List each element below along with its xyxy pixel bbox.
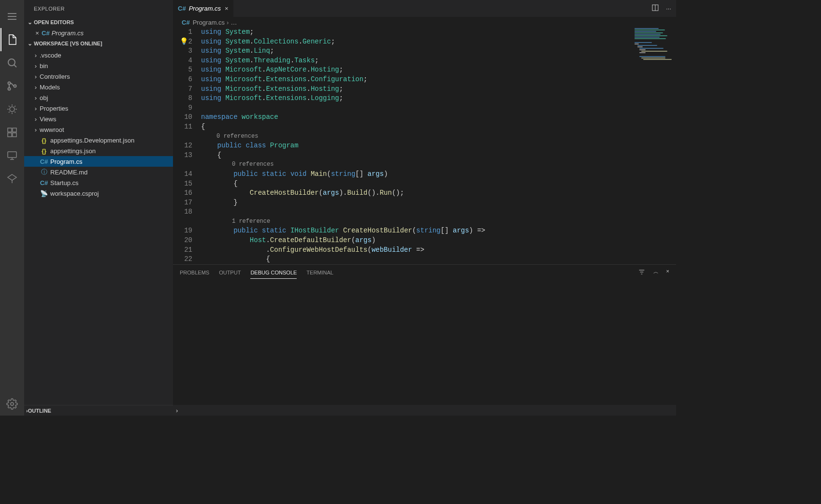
svg-rect-21 (8, 152, 16, 158)
chevron-right-icon: › (32, 52, 40, 59)
close-panel-icon[interactable]: × (666, 268, 669, 277)
outline-header[interactable]: ›OUTLINE (24, 405, 173, 416)
file-appsettings.json[interactable]: {}appsettings.json (24, 145, 173, 156)
extensions-icon[interactable] (0, 121, 24, 144)
folder-Models[interactable]: ›Models (24, 82, 173, 92)
open-editor-label: Program.cs (52, 29, 84, 37)
breadcrumb[interactable]: C# Program.cs › … (173, 17, 676, 28)
file-Startup.cs[interactable]: C#Startup.cs (24, 177, 173, 188)
svg-rect-18 (8, 133, 12, 137)
source-control-icon[interactable] (0, 74, 24, 98)
csharp-file-icon: C# (40, 179, 48, 187)
chevron-right-icon: › (32, 105, 40, 112)
menu-icon[interactable] (0, 5, 24, 28)
svg-rect-19 (13, 133, 16, 137)
code-content[interactable]: using System;using System.Collections.Ge… (201, 28, 676, 264)
panel-body[interactable] (173, 280, 676, 405)
bottom-panel: PROBLEMS OUTPUT DEBUG CONSOLE TERMINAL ︿… (173, 264, 676, 405)
tab-label: Program.cs (189, 5, 221, 12)
folder-obj[interactable]: ›obj (24, 92, 173, 103)
folder-Views[interactable]: ›Views (24, 114, 173, 124)
explorer-sidebar: EXPLORER ⌄OPEN EDITORS × C# Program.cs ⌄… (24, 0, 173, 416)
chevron-right-icon: › (32, 126, 40, 133)
info-file-icon: ⓘ (40, 168, 48, 176)
svg-rect-17 (8, 128, 12, 132)
codelens[interactable]: 0 references (201, 160, 676, 170)
open-editors-header[interactable]: ⌄OPEN EDITORS (24, 17, 173, 28)
settings-gear-icon[interactable] (0, 392, 24, 416)
svg-point-5 (8, 82, 11, 85)
codelens[interactable]: 0 references (201, 132, 676, 142)
chevron-right-icon: › (32, 115, 40, 123)
breadcrumb-strip[interactable]: › (173, 405, 676, 416)
panel-tab-terminal[interactable]: TERMINAL (306, 267, 333, 278)
editor-group: C# Program.cs × ··· C# Program.cs › … 💡 … (173, 0, 676, 416)
folder-Controllers[interactable]: ›Controllers (24, 71, 173, 82)
close-icon[interactable]: × (33, 29, 42, 37)
workspace-header[interactable]: ⌄WORKSPACE [VS ONLINE] (24, 38, 173, 49)
panel-tab-output[interactable]: OUTPUT (219, 267, 241, 278)
code-editor[interactable]: 💡 1234567891011121314151617181920212223 … (173, 28, 676, 264)
file-workspace.csproj[interactable]: 📡workspace.csproj (24, 188, 173, 199)
csharp-file-icon: C# (40, 158, 48, 165)
svg-line-13 (9, 106, 10, 107)
split-editor-icon[interactable] (651, 4, 659, 13)
panel-tab-debug-console[interactable]: DEBUG CONSOLE (250, 267, 297, 279)
panel-tab-problems[interactable]: PROBLEMS (180, 267, 209, 278)
open-editor-item[interactable]: × C# Program.cs (24, 28, 173, 38)
codelens[interactable]: 1 reference (201, 217, 676, 227)
line-number-gutter: 1234567891011121314151617181920212223 (173, 28, 201, 264)
close-icon[interactable]: × (225, 5, 229, 12)
file-Program.cs[interactable]: C#Program.cs (24, 156, 173, 167)
activity-bar (0, 0, 24, 416)
explorer-icon[interactable] (0, 28, 24, 51)
chevron-down-icon: ⌄ (26, 40, 34, 47)
file-README.md[interactable]: ⓘREADME.md (24, 167, 173, 177)
file-tree: ›.vscode›bin›Controllers›Models›obj›Prop… (24, 49, 173, 200)
folder-Properties[interactable]: ›Properties (24, 103, 173, 114)
svg-point-8 (10, 107, 14, 112)
svg-point-3 (8, 59, 15, 66)
minimap[interactable] (633, 28, 676, 86)
folder-wwwroot[interactable]: ›wwwroot (24, 124, 173, 135)
chevron-right-icon: › (227, 19, 229, 26)
debug-icon[interactable] (0, 98, 24, 121)
more-actions-icon[interactable]: ··· (666, 5, 671, 12)
svg-rect-20 (13, 128, 16, 132)
panel-tab-bar: PROBLEMS OUTPUT DEBUG CONSOLE TERMINAL ︿… (173, 265, 676, 280)
svg-line-16 (14, 106, 15, 107)
csharp-file-icon: C# (42, 29, 50, 37)
chevron-up-icon[interactable]: ︿ (653, 268, 659, 277)
folder-.vscode[interactable]: ›.vscode (24, 50, 173, 60)
xml-file-icon: 📡 (40, 190, 48, 197)
csharp-file-icon: C# (182, 19, 190, 26)
file-appsettings.Development.json[interactable]: {}appsettings.Development.json (24, 135, 173, 145)
folder-bin[interactable]: ›bin (24, 60, 173, 71)
tab-program-cs[interactable]: C# Program.cs × (173, 0, 234, 17)
svg-point-7 (14, 85, 16, 87)
chevron-right-icon: › (32, 62, 40, 70)
remote-icon[interactable] (0, 144, 24, 167)
json-file-icon: {} (40, 147, 48, 155)
chevron-right-icon: › (32, 94, 40, 101)
svg-line-14 (14, 112, 15, 113)
svg-line-4 (14, 65, 16, 67)
chevron-right-icon: › (32, 84, 40, 91)
filter-icon[interactable] (638, 268, 646, 277)
svg-line-15 (9, 112, 10, 113)
lightbulb-icon[interactable]: 💡 (180, 37, 188, 47)
chevron-right-icon: › (32, 73, 40, 80)
chevron-right-icon: › (176, 407, 178, 414)
svg-point-24 (11, 403, 14, 405)
sidebar-title: EXPLORER (24, 0, 173, 17)
tab-bar: C# Program.cs × ··· (173, 0, 676, 17)
svg-point-6 (8, 88, 11, 90)
csharp-file-icon: C# (178, 5, 186, 12)
chevron-down-icon: ⌄ (26, 19, 34, 26)
json-file-icon: {} (40, 137, 48, 144)
live-share-icon[interactable] (0, 167, 24, 190)
search-icon[interactable] (0, 51, 24, 74)
